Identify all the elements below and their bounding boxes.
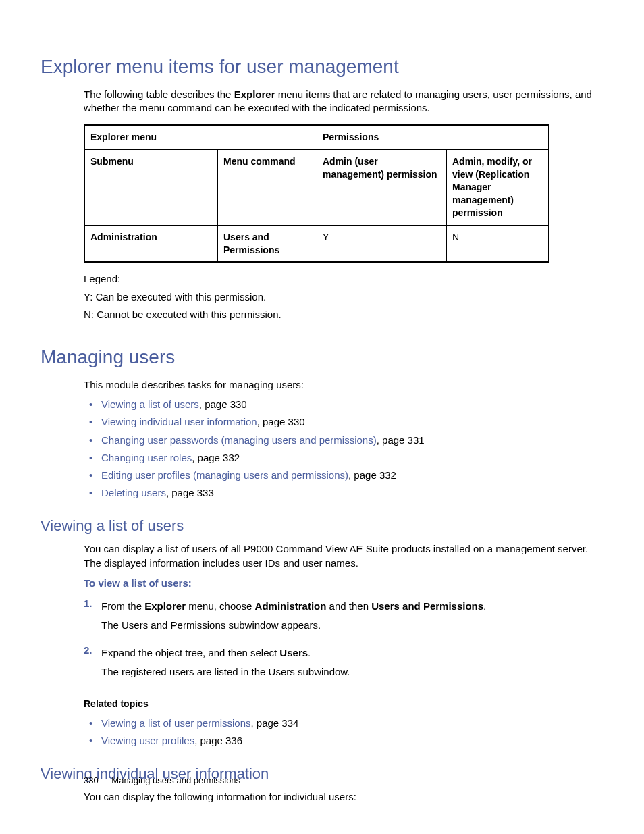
text: . [308,647,311,658]
link-changing-user-passwords[interactable]: Changing user passwords (managing users … [101,434,377,446]
link-deleting-users[interactable]: Deleting users [101,487,166,498]
step-2-line-1: Expand the object tree, and then select … [101,646,603,660]
steps-title: To view a list of users: [84,577,603,590]
related-topics-list: Viewing a list of user permissions, page… [84,714,603,750]
step-number: 1. [84,597,92,610]
page-ref: , page 330 [199,398,247,410]
th-admin-user-mgmt: Admin (user management) permission [317,150,447,225]
step-2-line-2: The registered users are listed in the U… [101,665,603,679]
text: . [483,600,486,612]
section3-intro: You can display a list of users of all P… [84,542,603,570]
page-ref: , page 332 [192,452,240,463]
th-admin-modify-view: Admin, modify, or view (Replication Mana… [447,150,549,225]
th-permissions: Permissions [317,125,549,149]
related-topics-label: Related topics [84,698,603,710]
text: The following table describes the [84,88,234,100]
section4-body: You can display the following informatio… [84,790,603,804]
step-1-line-1: From the Explorer menu, choose Administr… [101,600,603,613]
text-bold: Administration [255,600,327,612]
text-bold: Explorer [144,600,186,612]
step-1-line-2: The Users and Permissions subwindow appe… [101,619,603,632]
footer-title: Managing users and permissions [111,775,240,785]
legend-label: Legend: [84,272,603,286]
link-viewing-individual-user-info[interactable]: Viewing individual user information [101,416,257,427]
list-item: Viewing a list of user permissions, page… [101,714,603,732]
th-submenu: Submenu [84,150,218,225]
list-item: Viewing a list of users, page 330 [101,396,603,413]
section1-body: The following table describes the Explor… [84,88,603,321]
td-administration: Administration [84,225,218,262]
heading-managing-users: Managing users [41,344,603,370]
th-explorer-menu: Explorer menu [84,125,317,149]
list-item: Viewing user profiles, page 336 [101,732,603,750]
legend-n: N: Cannot be executed with this permissi… [84,308,603,321]
managing-users-list: Viewing a list of users, page 330 Viewin… [84,396,603,502]
document-page: Explorer menu items for user management … [0,0,644,834]
section2-intro: This module describes tasks for managing… [84,378,603,392]
text-bold: Explorer [234,88,275,100]
list-item: Changing user roles, page 332 [101,449,603,467]
section4-intro: You can display the following informatio… [84,790,603,804]
list-item: Viewing individual user information, pag… [101,413,603,431]
page-ref: , page 334 [250,717,298,729]
heading-viewing-list-users: Viewing a list of users [41,516,603,536]
text-bold: Users [279,647,308,658]
text-bold: Users and Permissions [371,600,483,612]
link-viewing-list-users[interactable]: Viewing a list of users [101,398,199,410]
section2-body: This module describes tasks for managing… [84,378,603,502]
text: From the [101,600,144,612]
text: Expand the object tree, and then select [101,647,279,658]
section1-intro: The following table describes the Explor… [84,88,603,115]
text: and then [326,600,371,612]
th-menu-command: Menu command [218,150,317,225]
page-number: 330 [84,775,99,785]
explorer-permissions-table: Explorer menu Permissions Submenu Menu c… [84,124,549,263]
td-users-permissions: Users and Permissions [218,225,317,262]
link-changing-user-roles[interactable]: Changing user roles [101,452,192,463]
page-footer: 330 Managing users and permissions [84,775,240,787]
legend-y: Y: Can be executed with this permission. [84,290,603,304]
link-editing-user-profiles[interactable]: Editing user profiles (managing users an… [101,469,348,481]
page-ref: , page 331 [377,434,425,446]
page-ref: , page 332 [348,469,396,481]
page-ref: , page 336 [194,735,242,746]
step-2: 2. Expand the object tree, and then sele… [101,641,603,687]
td-n: N [447,225,549,262]
step-number: 2. [84,644,92,657]
list-item: Changing user passwords (managing users … [101,432,603,449]
page-ref: , page 330 [257,416,305,427]
step-1: 1. From the Explorer menu, choose Admini… [101,594,603,641]
list-item: Deleting users, page 333 [101,484,603,502]
steps-list: 1. From the Explorer menu, choose Admini… [84,594,603,687]
heading-explorer-menu: Explorer menu items for user management [41,54,603,80]
link-viewing-user-profiles[interactable]: Viewing user profiles [101,735,194,746]
section3-body: You can display a list of users of all P… [84,542,603,750]
list-item: Editing user profiles (managing users an… [101,467,603,484]
link-viewing-list-user-permissions[interactable]: Viewing a list of user permissions [101,717,250,729]
text: menu, choose [186,600,255,612]
td-y: Y [317,225,447,262]
page-ref: , page 333 [166,487,214,498]
